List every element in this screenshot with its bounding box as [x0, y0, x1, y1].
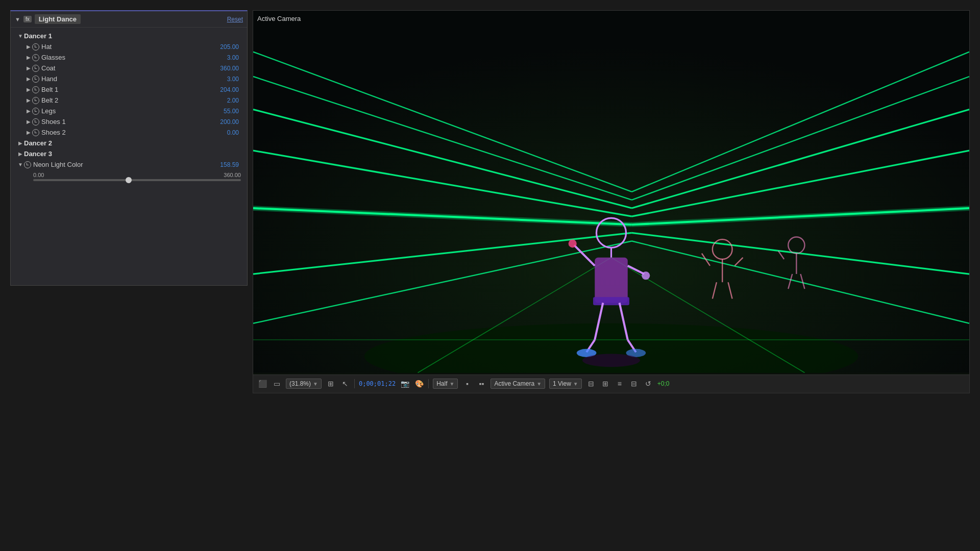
dancer3-group[interactable]: Dancer 3	[13, 148, 245, 159]
slider-labels: 0.00 360.00	[33, 172, 241, 178]
glasses-clock-icon	[32, 54, 39, 61]
view-value: 1 View	[553, 380, 571, 387]
zoom-value: (31.8%)	[289, 380, 311, 387]
belt2-item[interactable]: Belt 2 2.00	[13, 95, 245, 106]
res-icon[interactable]: ▪	[462, 379, 472, 389]
belt1-clock-icon	[32, 86, 39, 93]
coat-value[interactable]: 360.00	[212, 65, 243, 72]
belt2-arrow[interactable]	[25, 97, 32, 104]
neon-label: Neon Light Color	[33, 161, 212, 168]
shoes1-arrow[interactable]	[25, 118, 32, 126]
belt2-label: Belt 2	[41, 96, 212, 104]
viewport-toolbar: ⬛ ▭ (31.8%) ▼ ⊞ ↖ 0;00;01;22 📷 🎨 Half ▼ …	[253, 375, 970, 393]
hat-value[interactable]: 205.00	[212, 43, 243, 51]
hand-item[interactable]: Hand 3.00	[13, 73, 245, 84]
shoes2-value[interactable]: 0.00	[212, 129, 243, 136]
glasses-arrow[interactable]	[25, 54, 32, 61]
viewport-label: Active Camera	[257, 15, 301, 22]
svg-rect-23	[595, 258, 628, 303]
grid-icon[interactable]: ⊞	[326, 379, 336, 389]
scene	[253, 11, 969, 374]
layout-icon[interactable]: ⊟	[586, 379, 596, 389]
view-dropdown[interactable]: 1 View ▼	[549, 379, 582, 389]
time-offset[interactable]: +0;0	[657, 380, 670, 387]
hat-arrow[interactable]	[25, 43, 32, 51]
glasses-value[interactable]: 3.00	[212, 54, 243, 61]
neon-slider-track[interactable]	[33, 179, 241, 181]
refresh-icon[interactable]: ↺	[643, 379, 653, 389]
belt2-clock-icon	[32, 97, 39, 104]
zoom-chevron-icon: ▼	[313, 381, 318, 387]
monitor-icon[interactable]: ⬛	[257, 379, 267, 389]
neon-item[interactable]: Neon Light Color 158.59	[13, 159, 245, 170]
cursor-icon[interactable]: ↖	[340, 379, 350, 389]
layout2-icon[interactable]: ⊞	[600, 379, 610, 389]
legs-arrow[interactable]	[25, 108, 32, 115]
belt2-value[interactable]: 2.00	[212, 97, 243, 104]
coat-item[interactable]: Coat 360.00	[13, 63, 245, 73]
shoes2-item[interactable]: Shoes 2 0.00	[13, 127, 245, 138]
glasses-item[interactable]: Glasses 3.00	[13, 52, 245, 63]
coat-clock-icon	[32, 65, 39, 72]
belt1-arrow[interactable]	[25, 86, 32, 93]
panel-collapse-arrow[interactable]: ▼	[15, 16, 20, 22]
coat-label: Coat	[41, 64, 212, 72]
quality-dropdown[interactable]: Half ▼	[433, 379, 458, 389]
timecode-display[interactable]: 0;00;01;22	[359, 380, 396, 387]
coat-arrow[interactable]	[25, 65, 32, 72]
left-panel: ▼ fx Light Dance Reset Dancer 1 Hat 205.…	[10, 10, 248, 286]
panel-header: ▼ fx Light Dance Reset	[11, 11, 247, 28]
view-chevron-icon: ▼	[573, 381, 578, 387]
bars-icon[interactable]: ≡	[615, 379, 625, 389]
hand-value[interactable]: 3.00	[212, 76, 243, 83]
color-wheel-icon[interactable]: 🎨	[414, 379, 424, 389]
dancer1-arrow[interactable]	[17, 33, 24, 40]
belt1-value[interactable]: 204.00	[212, 86, 243, 93]
belt1-item[interactable]: Belt 1 204.00	[13, 84, 245, 95]
shoes2-arrow[interactable]	[25, 129, 32, 136]
full-res-icon[interactable]: ▪▪	[476, 379, 486, 389]
camera-chevron-icon: ▼	[536, 381, 542, 387]
hand-label: Hand	[41, 75, 212, 83]
camera-dropdown[interactable]: Active Camera ▼	[491, 379, 545, 389]
grid2-icon[interactable]: ⊟	[629, 379, 639, 389]
slider-max: 360.00	[224, 172, 241, 178]
zoom-dropdown[interactable]: (31.8%) ▼	[286, 379, 322, 389]
svg-point-28	[642, 271, 650, 280]
hat-item[interactable]: Hat 205.00	[13, 41, 245, 52]
hat-label: Hat	[41, 43, 212, 51]
dancer3-label: Dancer 3	[24, 150, 243, 158]
neon-clock-icon	[24, 161, 31, 168]
slider-min: 0.00	[33, 172, 44, 178]
hand-arrow[interactable]	[25, 76, 32, 83]
toolbar-sep-2	[428, 379, 429, 388]
neon-slider-container: 0.00 360.00	[13, 170, 245, 185]
belt1-label: Belt 1	[41, 86, 212, 93]
neon-arrow[interactable]	[17, 161, 24, 168]
neon-value[interactable]: 158.59	[212, 161, 243, 168]
fx-badge: fx	[23, 16, 32, 22]
reset-button[interactable]: Reset	[227, 16, 243, 23]
right-panel: Active Camera	[253, 10, 970, 393]
dancer2-arrow[interactable]	[17, 140, 24, 147]
dancer1-label: Dancer 1	[24, 32, 243, 40]
neon-slider-thumb[interactable]	[126, 177, 132, 183]
legs-value[interactable]: 55.00	[212, 108, 243, 115]
shoes1-label: Shoes 1	[41, 118, 212, 126]
quality-chevron-icon: ▼	[450, 381, 455, 387]
dancer1-group[interactable]: Dancer 1	[13, 31, 245, 41]
camera-icon[interactable]: 📷	[400, 379, 410, 389]
shoes1-value[interactable]: 200.00	[212, 118, 243, 126]
display-icon[interactable]: ▭	[272, 379, 282, 389]
shoes2-label: Shoes 2	[41, 129, 212, 136]
svg-rect-24	[593, 297, 629, 305]
dancer3-arrow[interactable]	[17, 151, 24, 158]
shoes1-item[interactable]: Shoes 1 200.00	[13, 116, 245, 127]
shoes2-clock-icon	[32, 129, 39, 136]
legs-item[interactable]: Legs 55.00	[13, 106, 245, 116]
shoes1-clock-icon	[32, 118, 39, 126]
dancer2-group[interactable]: Dancer 2	[13, 138, 245, 148]
legs-label: Legs	[41, 107, 212, 115]
svg-point-26	[569, 239, 577, 247]
glasses-label: Glasses	[41, 54, 212, 61]
